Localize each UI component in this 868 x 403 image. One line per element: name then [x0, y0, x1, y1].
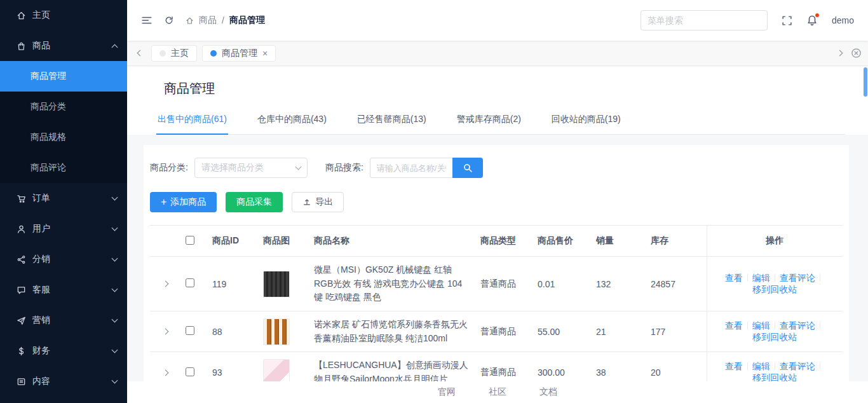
tab-alert-stock[interactable]: 警戒库存商品(2) — [456, 110, 522, 134]
table-row: 119 微星（MSI）GK50Z 机械键盘 红轴 RGB光效 有线 游戏电竞办公… — [150, 257, 843, 311]
breadcrumb-home-icon — [186, 17, 194, 25]
chevron-down-icon — [295, 164, 301, 170]
chevron-down-icon — [112, 347, 118, 353]
edit-link[interactable]: 编辑 — [752, 361, 770, 371]
goods-type: 普通商品 — [475, 257, 532, 311]
sidebar-item-orders[interactable]: 订单 — [0, 183, 127, 214]
sidebar: 主页 商品 商品管理 商品分类 商品规格 商品评论 订单 用户 分销 客服 营销… — [0, 0, 127, 403]
scrollbar-thumb[interactable] — [864, 67, 867, 97]
sidebar-item-users[interactable]: 用户 — [0, 214, 127, 244]
row-checkbox[interactable] — [186, 367, 194, 376]
category-select[interactable]: 请选择商品分类 — [194, 158, 308, 178]
add-goods-button[interactable]: + 添加商品 — [150, 192, 217, 212]
goods-type: 普通商品 — [475, 311, 532, 352]
notification-bell-icon[interactable] — [806, 15, 818, 26]
tab-recycle[interactable]: 回收站的商品(19) — [550, 110, 622, 134]
collapse-menu-icon[interactable] — [141, 15, 153, 26]
breadcrumb: 商品 / 商品管理 — [186, 15, 265, 26]
goods-search-input[interactable] — [370, 158, 452, 178]
menu-search-input[interactable] — [641, 10, 768, 31]
tab-onsale[interactable]: 出售中的商品(61) — [156, 110, 228, 135]
sidebar-item-goods-spec[interactable]: 商品规格 — [0, 122, 127, 153]
refresh-icon[interactable] — [164, 15, 174, 25]
sidebar-item-goods-manage[interactable]: 商品管理 — [0, 61, 127, 92]
sidebar-item-goods-comment[interactable]: 商品评论 — [0, 153, 127, 183]
chevron-up-icon — [112, 44, 118, 50]
cart-icon — [17, 194, 26, 203]
row-checkbox[interactable] — [186, 278, 194, 287]
edit-link[interactable]: 编辑 — [752, 320, 770, 331]
sidebar-item-label: 分销 — [32, 254, 106, 265]
sidebar-item-distribution[interactable]: 分销 — [0, 244, 127, 275]
open-tags: 主页 商品管理 × — [151, 45, 828, 62]
tags-close-all-icon[interactable] — [851, 48, 862, 58]
sidebar-item-label: 用户 — [32, 223, 106, 235]
goods-id: 93 — [207, 352, 258, 381]
submenu-item-label: 商品分类 — [31, 101, 66, 113]
user-menu[interactable]: demo — [832, 15, 854, 25]
view-comments-link[interactable]: 查看评论 — [780, 320, 815, 331]
sidebar-item-goods-category[interactable]: 商品分类 — [0, 92, 127, 122]
goods-name: 诺米家居 矿石博览馆系列藤条香氛无火香薰精油卧室助眠除臭 纯洁100ml — [309, 311, 475, 352]
goods-search-label: 商品搜索: — [325, 162, 363, 174]
main-area: 商品 / 商品管理 demo 主页 商品管理 — [127, 0, 868, 403]
row-expand-icon[interactable] — [155, 329, 175, 334]
tag-goods-manage[interactable]: 商品管理 × — [202, 45, 276, 62]
move-to-recycle-link[interactable]: 移到回收站 — [752, 284, 797, 294]
breadcrumb-current: 商品管理 — [229, 15, 265, 26]
footer-link-official[interactable]: 官网 — [438, 386, 456, 398]
footer-link-community[interactable]: 社区 — [489, 386, 506, 398]
goods-icon — [17, 41, 26, 51]
sidebar-item-marketing[interactable]: 营销 — [0, 305, 127, 336]
view-link[interactable]: 查看 — [725, 361, 743, 371]
select-all-checkbox[interactable] — [186, 236, 194, 245]
sidebar-item-goods[interactable]: 商品 — [0, 31, 127, 61]
view-comments-link[interactable]: 查看评论 — [780, 361, 815, 371]
col-goods-price: 商品售价 — [532, 226, 591, 257]
view-comments-link[interactable]: 查看评论 — [780, 273, 815, 283]
fullscreen-icon[interactable] — [782, 15, 792, 26]
tags-scroll-right-icon[interactable] — [832, 45, 847, 62]
tags-scroll-left-icon[interactable] — [132, 45, 147, 62]
tab-warehouse[interactable]: 仓库中的商品(43) — [256, 110, 328, 134]
col-goods-image: 商品图 — [258, 226, 309, 257]
goods-image — [263, 359, 290, 381]
tab-soldout[interactable]: 已经售罄商品(13) — [356, 110, 428, 134]
view-link[interactable]: 查看 — [725, 320, 743, 331]
move-to-recycle-link[interactable]: 移到回收站 — [752, 372, 797, 381]
chevron-down-icon — [112, 378, 118, 384]
col-sales: 销量 — [591, 226, 646, 257]
breadcrumb-root[interactable]: 商品 — [199, 15, 217, 26]
sidebar-item-home[interactable]: 主页 — [0, 0, 127, 31]
collect-goods-button[interactable]: 商品采集 — [226, 192, 283, 212]
col-goods-name: 商品名称 — [309, 226, 475, 257]
page-footer: 官网 社区 文档 — [127, 381, 868, 403]
goods-card: 商品分类: 请选择商品分类 商品搜索: + 添加商品 商品采集 导出 — [144, 145, 849, 381]
sidebar-item-label: 内容 — [32, 376, 106, 387]
goods-price: 0.01 — [532, 257, 591, 311]
export-button[interactable]: 导出 — [292, 192, 344, 212]
sidebar-item-content[interactable]: 内容 — [0, 366, 127, 397]
goods-submenu: 商品管理 商品分类 商品规格 商品评论 — [0, 61, 127, 183]
footer-link-docs[interactable]: 文档 — [539, 386, 557, 398]
chevron-down-icon — [112, 195, 118, 201]
share-icon — [17, 255, 26, 264]
view-link[interactable]: 查看 — [725, 273, 743, 283]
tag-home[interactable]: 主页 — [151, 45, 197, 62]
row-expand-icon[interactable] — [155, 371, 175, 375]
tag-dot — [159, 50, 166, 57]
home-icon — [17, 11, 26, 20]
top-header: 商品 / 商品管理 demo — [127, 0, 868, 41]
row-expand-icon[interactable] — [155, 282, 175, 286]
move-to-recycle-link[interactable]: 移到回收站 — [752, 332, 797, 342]
tag-close-icon[interactable]: × — [262, 49, 268, 58]
goods-search-button[interactable] — [452, 158, 483, 178]
row-checkbox[interactable] — [186, 326, 194, 335]
goods-sales: 38 — [591, 352, 646, 381]
edit-link[interactable]: 编辑 — [752, 273, 770, 283]
goods-stock: 24857 — [646, 257, 707, 311]
export-icon — [302, 198, 311, 207]
sidebar-item-finance[interactable]: 财务 — [0, 336, 127, 366]
export-label: 导出 — [315, 196, 333, 208]
sidebar-item-service[interactable]: 客服 — [0, 275, 127, 305]
